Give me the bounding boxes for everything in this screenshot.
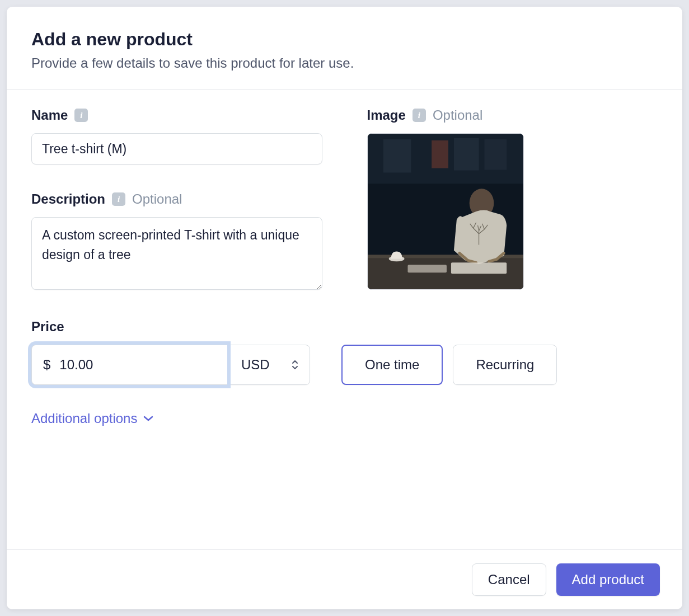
image-preview[interactable] (367, 133, 524, 290)
description-field: Description i Optional (31, 191, 322, 292)
svg-rect-2 (383, 139, 411, 173)
svg-rect-5 (484, 139, 507, 170)
name-input[interactable] (31, 133, 322, 164)
price-input[interactable] (59, 357, 216, 373)
cancel-button[interactable]: Cancel (472, 563, 546, 596)
billing-toggle: One time Recurring (341, 345, 557, 385)
chevron-updown-icon (292, 360, 298, 370)
svg-rect-11 (407, 265, 447, 272)
currency-symbol: $ (43, 357, 50, 373)
info-icon[interactable]: i (112, 192, 125, 206)
modal-footer: Cancel Add product (7, 549, 682, 609)
price-input-wrapper[interactable]: $ (31, 345, 227, 385)
optional-label: Optional (433, 107, 482, 123)
description-input[interactable] (31, 217, 322, 290)
modal-header: Add a new product Provide a few details … (7, 7, 682, 90)
chevron-down-icon (143, 415, 154, 422)
svg-rect-10 (451, 262, 506, 274)
billing-one-time-button[interactable]: One time (341, 345, 443, 385)
modal-subtitle: Provide a few details to save this produ… (31, 55, 658, 71)
price-field: Price $ USD (31, 319, 658, 426)
description-label: Description (31, 191, 105, 207)
currency-select[interactable]: USD (227, 345, 310, 385)
price-label: Price (31, 319, 64, 335)
currency-label: USD (241, 357, 270, 373)
svg-rect-3 (432, 140, 448, 168)
add-product-button[interactable]: Add product (556, 563, 660, 596)
additional-options-toggle[interactable]: Additional options (31, 411, 658, 426)
svg-rect-4 (453, 138, 479, 171)
info-icon[interactable]: i (413, 109, 426, 122)
image-field: Image i Optional (367, 107, 658, 290)
modal-body: Name i Description i Optional (7, 90, 682, 549)
image-label: Image (367, 107, 406, 123)
optional-label: Optional (132, 191, 182, 207)
modal-title: Add a new product (31, 29, 658, 50)
billing-recurring-button[interactable]: Recurring (453, 345, 557, 385)
name-label: Name (31, 107, 68, 123)
name-field: Name i (31, 107, 322, 164)
price-input-group: $ USD (31, 345, 310, 385)
info-icon[interactable]: i (74, 109, 88, 122)
add-product-modal: Add a new product Provide a few details … (7, 7, 682, 609)
